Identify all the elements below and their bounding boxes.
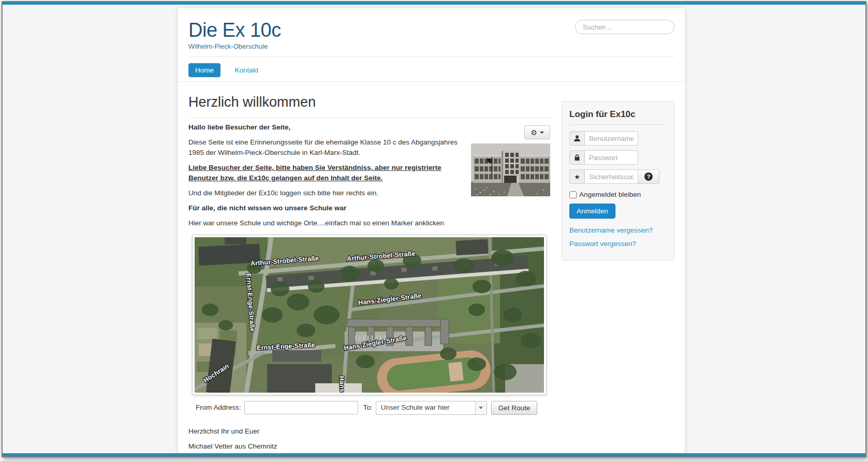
username-group	[569, 131, 667, 146]
login-panel: Login für Ex10c	[562, 101, 674, 261]
login-button[interactable]: Anmelden	[569, 204, 615, 219]
caret-down-icon	[540, 132, 544, 134]
from-address-input[interactable]	[244, 401, 358, 414]
article-options-button[interactable]: ⚙	[524, 125, 550, 139]
to-label: To:	[363, 402, 373, 413]
gear-icon: ⚙	[531, 129, 537, 136]
forgot-username-link[interactable]: Benutzername vergessen?	[569, 226, 667, 234]
school-map[interactable]: Arthur-Strobel-Straße Arthur-Strobel-Str…	[192, 235, 547, 395]
greeting-text: Hallo liebe Besucher der Seite,	[188, 122, 550, 133]
window-top-accent-bar	[3, 2, 865, 5]
closing-text-2: Michael Vetter aus Chemnitz	[188, 441, 550, 452]
to-select[interactable]: Unser Schule war hier	[376, 401, 487, 415]
captcha-help-button[interactable]: ?	[638, 169, 659, 184]
to-select-value: Unser Schule war hier	[376, 402, 475, 413]
closing-text-1: Herzlichst Ihr und Euer	[188, 426, 550, 437]
route-form: From Address: To: Unser Schule war hier …	[196, 401, 550, 415]
remember-me-row: Angemeldet bleiben	[569, 191, 667, 198]
map-hint-text: Hier war unsere Schule und wichtige Orte…	[188, 218, 550, 228]
password-input[interactable]	[585, 150, 638, 165]
captcha-input[interactable]	[585, 169, 638, 184]
chevron-down-icon	[479, 407, 483, 409]
username-input[interactable]	[585, 131, 638, 146]
content-area: Herzlich willkommen ⚙	[178, 94, 685, 457]
login-title: Login für Ex10c	[569, 109, 667, 125]
page-container: Die Ex 10c Wilhelm-Pieck-Oberschule Home…	[178, 8, 685, 456]
remember-label: Angemeldet bleiben	[579, 191, 641, 198]
screenshot-root: Die Ex 10c Wilhelm-Pieck-Oberschule Home…	[0, 0, 868, 461]
divider	[178, 81, 685, 82]
article-body: ⚙	[188, 122, 550, 457]
school-heading-text: Für alle, die nicht wissen wo unsere Sch…	[188, 203, 550, 213]
help-icon: ?	[644, 172, 653, 181]
forgot-password-link[interactable]: Passwort vergessen?	[569, 240, 667, 248]
divider	[188, 118, 550, 118]
password-group	[569, 150, 667, 165]
nav-item-kontakt[interactable]: Kontakt	[228, 63, 265, 77]
page-title: Herzlich willkommen	[188, 94, 550, 110]
school-photo	[471, 143, 550, 196]
search-input[interactable]	[575, 20, 674, 34]
lock-icon	[569, 150, 585, 165]
site-header: Die Ex 10c Wilhelm-Pieck-Oberschule	[178, 8, 685, 50]
from-address-label: From Address:	[196, 402, 241, 413]
select-arrow-box	[475, 401, 487, 414]
browser-window: Die Ex 10c Wilhelm-Pieck-Oberschule Home…	[2, 1, 866, 457]
user-icon	[569, 131, 585, 146]
site-tagline: Wilhelm-Pieck-Oberschule	[188, 42, 674, 50]
get-route-button[interactable]: Get Route	[491, 401, 538, 415]
star-icon: ★	[569, 169, 585, 184]
nav-item-home[interactable]: Home	[188, 63, 220, 77]
article-column: Herzlich willkommen ⚙	[188, 94, 550, 457]
window-bottom-accent-bar	[3, 453, 865, 456]
main-nav: Home Kontakt	[178, 57, 685, 81]
captcha-group: ★ ?	[569, 169, 667, 184]
remember-checkbox[interactable]	[569, 191, 577, 198]
